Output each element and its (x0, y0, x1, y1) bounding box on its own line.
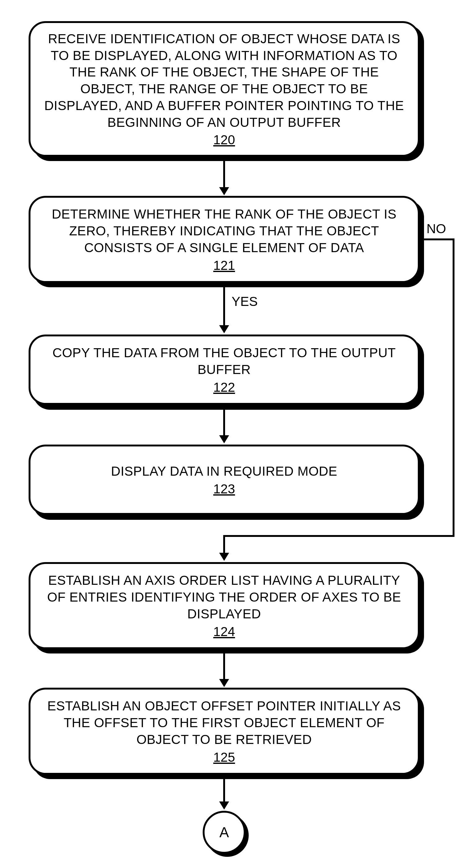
edge-line (223, 287, 225, 327)
arrow-head-icon (219, 325, 229, 333)
edge-line (223, 535, 225, 554)
flowchart-canvas: RECEIVE IDENTIFICATION OF OBJECT WHOSE D… (0, 0, 475, 868)
flow-node-120: RECEIVE IDENTIFICATION OF OBJECT WHOSE D… (29, 21, 420, 157)
node-text: COPY THE DATA FROM THE OBJECT TO THE OUT… (43, 344, 405, 378)
edge-line (420, 239, 454, 240)
arrow-head-icon (219, 802, 229, 810)
edge-line (223, 161, 225, 189)
edge-line (453, 239, 454, 537)
node-text: DETERMINE WHETHER THE RANK OF THE OBJECT… (43, 206, 405, 256)
flow-node-121: DETERMINE WHETHER THE RANK OF THE OBJECT… (29, 196, 420, 283)
arrow-head-icon (219, 187, 229, 195)
flow-node-125: ESTABLISH AN OBJECT OFFSET POINTER INITI… (29, 688, 420, 775)
flow-node-124: ESTABLISH AN AXIS ORDER LIST HAVING A PL… (29, 562, 420, 649)
arrow-head-icon (219, 435, 229, 443)
node-text: ESTABLISH AN AXIS ORDER LIST HAVING A PL… (43, 572, 405, 622)
edge-label-yes: YES (231, 294, 258, 309)
node-ref: 125 (213, 750, 235, 765)
off-page-connector-a: A (203, 811, 246, 854)
node-ref: 120 (213, 132, 235, 147)
node-ref: 124 (213, 624, 235, 639)
edge-line (223, 779, 225, 803)
edge-line (224, 535, 454, 537)
node-ref: 121 (213, 258, 235, 273)
node-text: RECEIVE IDENTIFICATION OF OBJECT WHOSE D… (43, 30, 405, 131)
edge-line (223, 653, 225, 681)
node-ref: 123 (213, 482, 235, 496)
flow-node-123: DISPLAY DATA IN REQUIRED MODE 123 (29, 444, 420, 515)
arrow-head-icon (219, 679, 229, 687)
connector-label: A (219, 824, 229, 841)
edge-label-no: NO (426, 221, 446, 236)
edge-line (223, 410, 225, 437)
node-ref: 122 (213, 380, 235, 395)
arrow-head-icon (219, 553, 229, 561)
node-text: ESTABLISH AN OBJECT OFFSET POINTER INITI… (43, 698, 405, 748)
flow-node-122: COPY THE DATA FROM THE OBJECT TO THE OUT… (29, 335, 420, 405)
node-text: DISPLAY DATA IN REQUIRED MODE (111, 463, 337, 480)
